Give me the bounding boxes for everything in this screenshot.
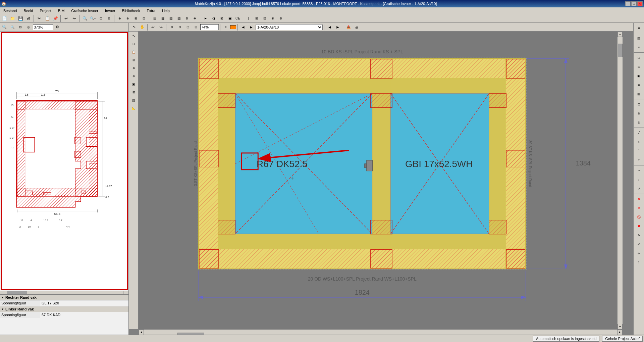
lv-extra7[interactable]: ▤	[130, 97, 138, 104]
view-dropdown[interactable]: 1-A/20-As/10	[256, 24, 323, 30]
lv-extra2[interactable]: ⊞	[130, 56, 138, 64]
rt-settings[interactable]: ⚙	[635, 23, 643, 32]
draw-cursor[interactable]: ↖	[130, 23, 138, 31]
draw-zoom-fit2[interactable]: ⊡	[184, 23, 192, 31]
rt-btn-24[interactable]: ⊹	[635, 249, 643, 258]
tool-btn-11[interactable]: ►	[202, 15, 209, 22]
draw-zoom-out[interactable]: ⊖	[176, 23, 183, 31]
hscroll-right[interactable]: ►	[617, 330, 623, 335]
rt-btn-9[interactable]: ⊕	[635, 109, 643, 118]
rt-btn-13[interactable]: ⌒	[635, 147, 643, 155]
draw-undo[interactable]: ↩	[149, 23, 157, 31]
vscroll-down[interactable]: ▼	[618, 324, 623, 329]
lv-extra1[interactable]: 📋	[130, 48, 138, 56]
draw-arrow-right[interactable]: ►	[248, 23, 255, 31]
rt-btn-15[interactable]: ↔	[635, 166, 643, 175]
draw-zoom-input[interactable]	[200, 24, 219, 30]
menu-invoer[interactable]: Invoer	[103, 8, 117, 13]
tool-btn-12[interactable]: ◑	[210, 15, 217, 22]
tool-btn-15[interactable]: CE	[234, 15, 241, 22]
tool-btn-8[interactable]: ▨	[175, 15, 182, 22]
close-button[interactable]: ✕	[637, 1, 643, 6]
rt-btn-3[interactable]: □	[635, 53, 643, 62]
zoom-select-button[interactable]: ⊞	[105, 15, 113, 22]
cut-button[interactable]: ✂	[36, 15, 43, 22]
vscroll-thumb[interactable]	[618, 44, 623, 57]
left-zoom-input[interactable]	[33, 24, 53, 30]
rt-btn-10[interactable]: ⊗	[635, 118, 643, 127]
menu-extra[interactable]: Extra	[145, 8, 157, 13]
draw-color[interactable]	[230, 25, 236, 29]
hscroll-thumb[interactable]	[177, 333, 204, 335]
lp-zoom-in[interactable]: 🔍	[1, 23, 8, 31]
zoom-fit-button[interactable]: ⊡	[97, 15, 105, 22]
save-button[interactable]: 💾	[17, 15, 24, 22]
draw-redo[interactable]: ↪	[157, 23, 165, 31]
lv-extra3[interactable]: ⊕	[130, 64, 138, 72]
draw-nav-right[interactable]: ►	[334, 23, 341, 31]
lv-extra8[interactable]: 📐	[130, 105, 138, 112]
menu-project[interactable]: Project	[38, 8, 53, 13]
tool-btn-6[interactable]: ▦	[159, 15, 166, 22]
lv-extra4[interactable]: ⊗	[130, 72, 138, 80]
rt-btn-7[interactable]: ▥	[635, 90, 643, 98]
draw-print2[interactable]: 🖨	[353, 23, 360, 31]
rt-btn-4[interactable]: ⊞	[635, 62, 643, 71]
redo-button[interactable]: ↪	[70, 15, 78, 22]
menu-bim[interactable]: BIM	[56, 8, 67, 13]
draw-zoom-area[interactable]: ⊞	[192, 23, 200, 31]
menu-bibliotheek[interactable]: Bibliotheek	[120, 8, 142, 13]
menu-bestand[interactable]: Bestand	[1, 8, 19, 13]
rt-btn-8[interactable]: ⊡	[635, 100, 643, 109]
tool-btn-3[interactable]: ⊞	[132, 15, 140, 22]
drawing-hscroll[interactable]: ◄ ►	[139, 329, 623, 335]
tool-btn-7[interactable]: ▧	[167, 15, 174, 22]
lp-settings[interactable]: ⚙	[54, 23, 61, 31]
lv-select[interactable]: ↖	[130, 32, 138, 40]
lv-window[interactable]: ⊡	[130, 40, 138, 48]
minimize-button[interactable]: —	[625, 1, 631, 6]
print-button[interactable]: 🖨	[25, 15, 32, 22]
lv-extra6[interactable]: ⊠	[130, 89, 138, 96]
rt-btn-1[interactable]: ▤	[635, 34, 643, 43]
tool-btn-20[interactable]: ⊕	[277, 15, 284, 22]
tool-btn-4[interactable]: ⊡	[140, 15, 148, 22]
tool-btn-16[interactable]: |	[245, 15, 252, 22]
rt-btn-19[interactable]: ⊗	[635, 204, 643, 212]
vscroll-up[interactable]: ▲	[618, 32, 623, 37]
zoom-out-button[interactable]: 🔍−	[89, 15, 97, 22]
draw-nav-left[interactable]: ◄	[326, 23, 333, 31]
lp-zoom-fit[interactable]: ⊡	[17, 23, 24, 31]
lp-zoom-out[interactable]: 🔍	[9, 23, 16, 31]
rt-btn-23[interactable]: ✐	[635, 240, 643, 249]
zoom-in-button[interactable]: 🔍	[81, 15, 89, 22]
rt-btn-5[interactable]: ▣	[635, 71, 643, 80]
tool-btn-10[interactable]: ✚	[191, 15, 199, 22]
lp-zoom-window[interactable]: ◎	[25, 23, 32, 31]
draw-pan[interactable]: ✋	[139, 23, 146, 31]
rt-btn-18[interactable]: ✕	[635, 195, 643, 203]
rt-btn-22[interactable]: ✎	[635, 231, 643, 240]
rt-btn-25[interactable]: ⊺	[635, 258, 643, 267]
draw-arrow-left[interactable]: ◄	[239, 23, 247, 31]
draw-export[interactable]: 📤	[345, 23, 352, 31]
draw-zoom-in[interactable]: ⊕	[168, 23, 175, 31]
tool-btn-17[interactable]: ⊞	[253, 15, 260, 22]
tool-btn-14[interactable]: ▣	[226, 15, 233, 22]
left-hscroll[interactable]	[0, 291, 123, 294]
menu-grafische-invoer[interactable]: Grafische Invoer	[69, 8, 100, 13]
rt-btn-11[interactable]: ╱	[635, 129, 643, 137]
tool-btn-5[interactable]: ▤	[151, 15, 158, 22]
hscroll-left[interactable]: ◄	[139, 330, 144, 335]
rt-btn-14[interactable]: T	[635, 156, 643, 164]
menu-help[interactable]: Help	[160, 8, 172, 13]
draw-layers[interactable]: ≡	[222, 23, 229, 31]
open-button[interactable]: 📁	[9, 15, 16, 22]
drawing-vscroll[interactable]: ▲ ▼	[617, 32, 623, 329]
menu-beeld[interactable]: Beeld	[21, 8, 35, 13]
lv-extra5[interactable]: ▣	[130, 81, 138, 88]
paste-button[interactable]: 📌	[52, 15, 59, 22]
rt-btn-6[interactable]: ⊠	[635, 81, 643, 89]
rt-btn-12[interactable]: ○	[635, 138, 643, 146]
rt-btn-20[interactable]: 🚫	[635, 213, 643, 222]
